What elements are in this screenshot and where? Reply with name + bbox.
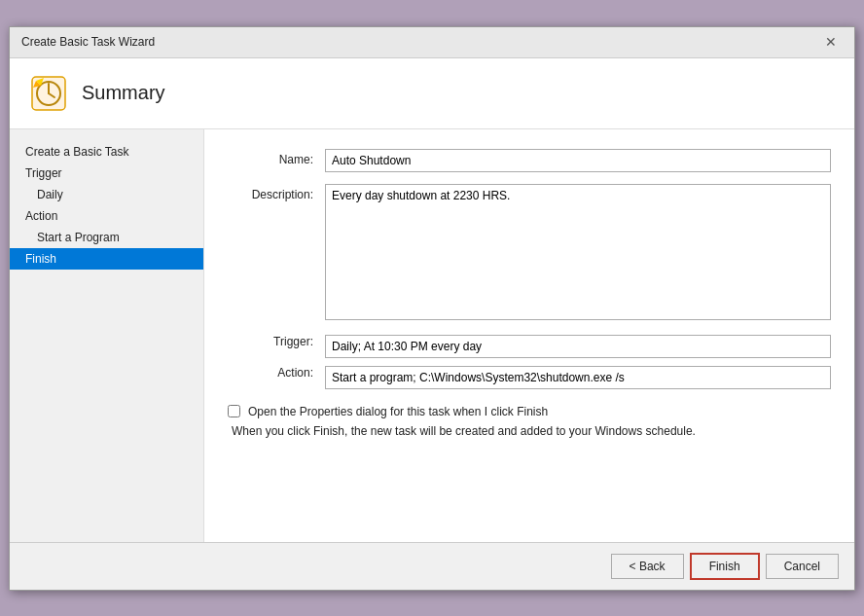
back-button[interactable]: < Back [611, 554, 684, 579]
properties-checkbox-row: Open the Properties dialog for this task… [228, 405, 831, 418]
name-row: Name: [228, 149, 831, 172]
description-field-container: Every day shutdown at 2230 HRS. [325, 184, 831, 323]
sidebar-item-finish[interactable]: Finish [10, 248, 203, 270]
action-value: Start a program; C:\Windows\System32\shu… [325, 366, 831, 389]
open-properties-checkbox[interactable] [228, 405, 240, 417]
wizard-icon [29, 74, 68, 113]
header-area: Summary [10, 58, 854, 129]
trigger-label: Trigger: [228, 335, 325, 348]
sidebar-item-start-program[interactable]: Start a Program [10, 227, 203, 248]
trigger-row: Trigger: Daily; At 10:30 PM every day [228, 335, 831, 358]
note-text: When you click Finish, the new task will… [228, 424, 831, 438]
footer: < Back Finish Cancel [10, 542, 854, 590]
finish-button[interactable]: Finish [690, 553, 760, 580]
description-row: Description: Every day shutdown at 2230 … [228, 184, 831, 323]
name-label: Name: [228, 149, 325, 166]
dialog-window: Create Basic Task Wizard ✕ Summary Creat… [9, 26, 855, 591]
sidebar-item-trigger[interactable]: Trigger [10, 163, 203, 184]
window-title: Create Basic Task Wizard [21, 35, 155, 49]
close-button[interactable]: ✕ [819, 33, 843, 51]
sidebar-item-create-basic-task[interactable]: Create a Basic Task [10, 141, 203, 163]
description-label: Description: [228, 184, 325, 201]
name-input[interactable] [325, 149, 831, 172]
sidebar: Create a Basic Task Trigger Daily Action… [10, 129, 204, 542]
cancel-button[interactable]: Cancel [766, 554, 839, 579]
action-label: Action: [228, 366, 325, 380]
title-bar: Create Basic Task Wizard ✕ [10, 27, 854, 58]
action-row: Action: Start a program; C:\Windows\Syst… [228, 366, 831, 389]
open-properties-label[interactable]: Open the Properties dialog for this task… [248, 405, 548, 418]
trigger-value: Daily; At 10:30 PM every day [325, 335, 831, 358]
content-area: Create a Basic Task Trigger Daily Action… [10, 129, 854, 542]
main-content: Name: Description: Every day shutdown at… [204, 129, 854, 542]
sidebar-item-action[interactable]: Action [10, 205, 203, 227]
page-title: Summary [82, 82, 165, 104]
sidebar-item-daily[interactable]: Daily [10, 184, 203, 205]
description-textarea[interactable]: Every day shutdown at 2230 HRS. [325, 184, 831, 320]
name-field-container [325, 149, 831, 172]
